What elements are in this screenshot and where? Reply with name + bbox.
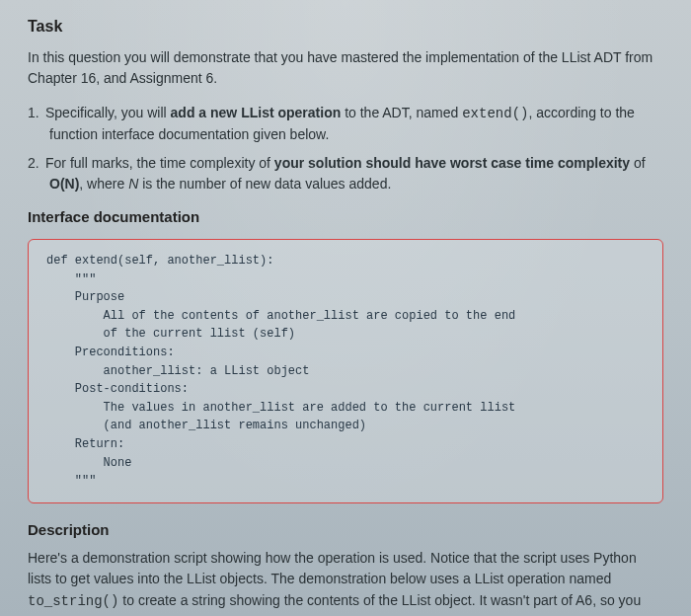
list-num-1: 1. <box>28 103 45 123</box>
list-num-2: 2. <box>28 153 45 174</box>
li2-nvar: N <box>128 176 138 192</box>
li1-bold: add a new LList operation <box>171 105 342 120</box>
description-text: Here's a demonstration script showing ho… <box>28 548 663 616</box>
desc-p1b: to create a string showing the contents … <box>28 592 641 616</box>
interface-heading: Interface documentation <box>28 208 663 225</box>
intro-text: In this question you will demonstrate th… <box>28 47 663 89</box>
code-l6: Preconditions: <box>46 346 175 359</box>
li1-mid: to the ADT, named <box>341 105 462 120</box>
description-heading: Description <box>28 521 663 538</box>
task-heading: Task <box>28 18 663 36</box>
code-l9: The values in another_llist are added to… <box>46 401 515 415</box>
li2-post: , where <box>79 176 128 192</box>
li1-pre: Specifically, you will <box>45 105 171 120</box>
code-l4: All of the contents of another_llist are… <box>46 309 515 323</box>
code-l5: of the current llist (self) <box>46 327 295 341</box>
code-l3: Purpose <box>46 290 124 304</box>
li1-code: extend() <box>462 106 528 121</box>
list-item-2: 2.For full marks, the time complexity of… <box>28 153 663 194</box>
code-l2: """ <box>46 272 96 286</box>
list-item-1: 1.Specifically, you will add a new LList… <box>28 103 663 145</box>
li2-bold: your solution should have worst case tim… <box>274 155 630 171</box>
li2-pre: For full marks, the time complexity of <box>45 155 274 171</box>
code-l10: (and another_llist remains unchanged) <box>46 419 366 432</box>
code-l11: Return: <box>46 437 124 451</box>
code-l7: another_llist: a LList object <box>46 364 309 378</box>
li2-tail: is the number of new data values added. <box>138 176 391 192</box>
li2-mid: of <box>630 155 646 171</box>
code-l13: """ <box>46 474 96 488</box>
code-l8: Post-conditions: <box>46 382 189 396</box>
code-l1: def extend(self, another_llist): <box>46 254 273 268</box>
desc-p1a: Here's a demonstration script showing ho… <box>28 550 637 587</box>
desc-code: to_string() <box>28 593 118 609</box>
li2-on: O(N) <box>49 176 79 192</box>
code-block: def extend(self, another_llist): """ Pur… <box>28 239 663 503</box>
code-l12: None <box>46 456 131 470</box>
